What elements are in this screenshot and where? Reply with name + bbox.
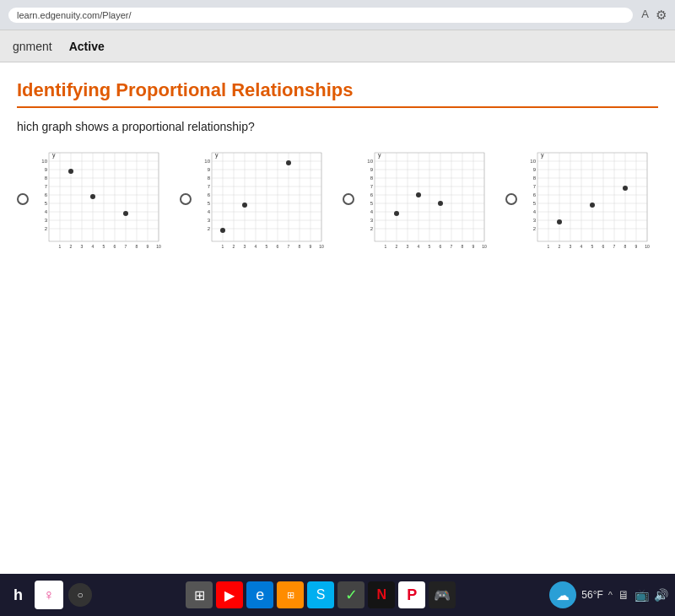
browser-bar: learn.edgenuity.com/Player/ A ⚙ (0, 0, 675, 30)
svg-text:3: 3 (81, 244, 84, 249)
svg-text:5: 5 (266, 244, 268, 249)
svg-text:2: 2 (45, 226, 48, 231)
taskbar: h ♀ ○ ⊞ ▶ e ⊞ S ✓ N P 🎮 ☁ 56°F ^ 🖥 📺 🔊 (0, 574, 675, 616)
graph-container-4: 10 9 8 7 6 5 4 3 2 1 2 3 4 (522, 149, 653, 250)
nav-bar: gnment Active (0, 30, 675, 62)
svg-text:4: 4 (92, 244, 94, 249)
svg-text:4: 4 (255, 244, 257, 249)
svg-text:7: 7 (45, 184, 48, 189)
svg-text:3: 3 (407, 244, 409, 249)
svg-text:7: 7 (208, 184, 211, 189)
main-content: Identifying Proportional Relationships h… (0, 62, 675, 518)
svg-text:5: 5 (45, 201, 48, 206)
taskbar-display-icon[interactable]: 📺 (634, 588, 649, 602)
svg-text:y: y (378, 152, 381, 159)
svg-text:9: 9 (208, 167, 211, 172)
taskbar-monitor-icon[interactable]: 🖥 (618, 588, 629, 602)
svg-text:3: 3 (370, 218, 374, 223)
svg-text:8: 8 (624, 244, 627, 249)
svg-point-170 (590, 203, 595, 208)
svg-text:4: 4 (533, 209, 537, 214)
graph-option-1: 10 9 8 7 6 5 4 3 2 1 2 3 (17, 149, 165, 250)
svg-text:10: 10 (204, 159, 210, 164)
svg-text:2: 2 (370, 226, 374, 231)
svg-text:y: y (52, 152, 56, 159)
svg-text:7: 7 (370, 184, 374, 189)
svg-text:7: 7 (613, 244, 616, 249)
taskbar-app-pinterest[interactable]: P (398, 581, 425, 608)
radio-1[interactable] (17, 193, 29, 205)
svg-text:3: 3 (533, 218, 537, 223)
svg-point-127 (416, 192, 421, 197)
graph-option-3: 10 9 8 7 6 5 4 3 2 1 2 3 4 (343, 149, 490, 250)
taskbar-app-windows[interactable]: ⊞ (186, 581, 213, 608)
graph-svg-4: 10 9 8 7 6 5 4 3 2 1 2 3 4 (522, 149, 653, 250)
svg-text:10: 10 (530, 159, 536, 164)
radio-2[interactable] (180, 193, 192, 205)
taskbar-app-check[interactable]: ✓ (338, 581, 364, 608)
svg-text:1: 1 (222, 244, 224, 249)
taskbar-apps: ⊞ ▶ e ⊞ S ✓ N P 🎮 (97, 581, 544, 608)
svg-text:8: 8 (136, 244, 138, 249)
graph-svg-3: 10 9 8 7 6 5 4 3 2 1 2 3 4 (359, 149, 490, 250)
svg-point-83 (220, 228, 225, 233)
svg-text:9: 9 (635, 244, 638, 249)
taskbar-volume-icon[interactable]: 🔊 (654, 588, 668, 602)
taskbar-left: h ♀ ○ (7, 581, 92, 609)
svg-text:7: 7 (288, 244, 290, 249)
svg-text:5: 5 (429, 244, 431, 249)
svg-text:2: 2 (396, 244, 398, 249)
svg-text:9: 9 (370, 167, 374, 172)
svg-text:4: 4 (370, 209, 374, 214)
radio-4[interactable] (505, 193, 517, 205)
svg-text:y: y (215, 152, 219, 159)
graph-svg-1: 10 9 8 7 6 5 4 3 2 1 2 3 (34, 149, 165, 250)
svg-text:4: 4 (580, 244, 583, 249)
svg-text:1: 1 (385, 244, 387, 249)
graphs-row: 10 9 8 7 6 5 4 3 2 1 2 3 (17, 149, 658, 250)
taskbar-app-edge[interactable]: e (246, 581, 273, 608)
svg-text:2: 2 (70, 244, 73, 249)
taskbar-weather-icon: ☁ (549, 581, 576, 608)
svg-text:10: 10 (367, 159, 373, 164)
svg-text:4: 4 (208, 209, 211, 214)
svg-text:10: 10 (482, 244, 487, 249)
svg-text:8: 8 (45, 176, 48, 181)
taskbar-circle-icon[interactable]: ○ (68, 583, 92, 607)
taskbar-app-skype[interactable]: S (307, 581, 334, 608)
taskbar-chevron[interactable]: ^ (608, 590, 613, 600)
nav-active[interactable]: Active (69, 40, 105, 53)
svg-text:9: 9 (533, 167, 537, 172)
svg-text:10: 10 (319, 244, 324, 249)
taskbar-app-game[interactable]: 🎮 (429, 581, 456, 608)
svg-text:5: 5 (370, 201, 374, 206)
svg-text:9: 9 (45, 167, 48, 172)
svg-text:9: 9 (147, 244, 149, 249)
svg-point-40 (68, 169, 73, 174)
svg-text:4: 4 (45, 209, 48, 214)
nav-assignment[interactable]: gnment (13, 40, 52, 53)
svg-text:8: 8 (299, 244, 301, 249)
graph-svg-2: 10 9 8 7 6 5 4 3 2 1 2 3 4 (197, 149, 327, 250)
page-title: Identifying Proportional Relationships (17, 79, 658, 108)
browser-url[interactable]: learn.edgenuity.com/Player/ (8, 8, 633, 23)
svg-text:9: 9 (310, 244, 312, 249)
taskbar-app-microsoft[interactable]: ⊞ (277, 581, 304, 608)
svg-text:6: 6 (533, 192, 537, 197)
svg-text:5: 5 (208, 201, 211, 206)
svg-text:7: 7 (533, 184, 537, 189)
settings-icon: ⚙ (656, 8, 667, 23)
radio-3[interactable] (343, 193, 354, 205)
svg-text:2: 2 (559, 244, 561, 249)
font-size-icon: A (641, 8, 649, 23)
svg-text:7: 7 (125, 244, 127, 249)
taskbar-app-netflix[interactable]: N (368, 581, 395, 608)
svg-text:3: 3 (208, 218, 211, 223)
svg-text:2: 2 (533, 226, 537, 231)
taskbar-temp: 56°F (581, 589, 602, 601)
svg-point-171 (623, 186, 628, 191)
svg-text:1: 1 (548, 244, 550, 249)
graph-option-2: 10 9 8 7 6 5 4 3 2 1 2 3 4 (180, 149, 327, 250)
taskbar-ribbon-icon[interactable]: ♀ (35, 581, 63, 609)
taskbar-app-youtube[interactable]: ▶ (216, 581, 243, 608)
